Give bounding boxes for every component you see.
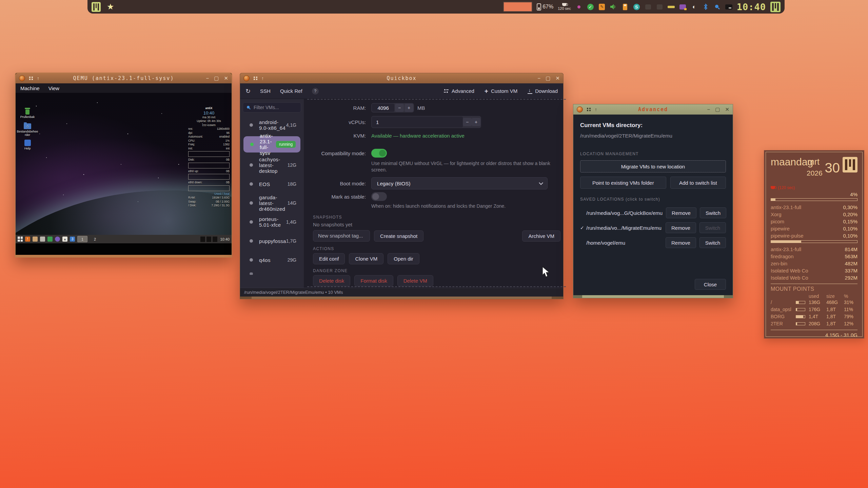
help-badge[interactable]: ?	[312, 88, 319, 95]
vm-app-icon-5[interactable]	[55, 237, 60, 242]
delete-vm-button[interactable]: Delete VM	[397, 275, 433, 286]
desktop-icon-help[interactable]: Help	[16, 140, 39, 150]
quick-ref-button[interactable]: Quick Ref	[280, 88, 302, 94]
notes-icon[interactable]: ✎	[598, 3, 606, 11]
indicator-dot-icon[interactable]	[575, 3, 583, 11]
saved-location-row[interactable]: /run/media/vog...G/QuickBox/emu Remove S…	[580, 206, 726, 219]
vcpu-decrement-button[interactable]: −	[463, 118, 472, 126]
qemu-titlebar[interactable]: ↑ QEMU (antix-23.1-full-sysv) − ▢ ✕	[16, 73, 232, 83]
switch-button[interactable]: Switch	[699, 237, 726, 248]
desktop-icon-files[interactable]: Bestandsbehee rder	[16, 123, 39, 137]
window-tray-icon-2[interactable]	[656, 3, 663, 11]
saved-location-row[interactable]: ✓ /run/media/vo.../MigrateEmu/emu Remove…	[580, 221, 726, 234]
maximize-icon[interactable]: ▢	[715, 106, 720, 113]
shade-icon[interactable]: ↑	[261, 76, 264, 81]
vm-row[interactable]: puppyfossa 1,7G	[243, 235, 301, 247]
desktop-icon-trash[interactable]: Prullenbak	[16, 108, 39, 119]
vm-app-icon-3[interactable]	[40, 237, 45, 242]
location-path[interactable]: /run/media/vo.../MigrateEmu/emu	[586, 225, 662, 231]
battery-icon[interactable]	[537, 3, 541, 11]
mabox-logo-button[interactable]	[770, 2, 781, 12]
vm-app-icon-6[interactable]: ▲	[62, 237, 67, 242]
vm-workspace-1[interactable]: 1	[77, 236, 87, 242]
maximize-icon[interactable]: ▢	[546, 75, 550, 81]
add-switch-list-button[interactable]: Add to switch list	[670, 177, 726, 189]
usb-device-icon[interactable]	[622, 3, 629, 11]
window-menu-icon[interactable]	[29, 77, 33, 80]
format-disk-button[interactable]: Format disk	[354, 275, 393, 286]
ssh-button[interactable]: SSH	[260, 88, 271, 94]
edit-conf-button[interactable]: Edit conf	[313, 253, 345, 264]
filter-input[interactable]	[254, 105, 297, 110]
mabox-menu-icon[interactable]	[92, 2, 101, 12]
shade-icon[interactable]: ↑	[595, 107, 597, 112]
close-icon[interactable]: ✕	[725, 106, 729, 113]
vm-row[interactable]: EOS 18G	[243, 178, 301, 190]
bluetooth-icon[interactable]	[702, 3, 709, 11]
vm-app-icon-1[interactable]: !	[25, 237, 30, 242]
close-icon[interactable]: ✕	[224, 75, 228, 81]
shade-icon[interactable]: ↑	[37, 76, 39, 81]
open-dir-button[interactable]: Open dir	[388, 253, 419, 264]
menu-view[interactable]: View	[48, 85, 59, 91]
quickbox-titlebar[interactable]: ↑ Quickbox − ▢ ✕	[240, 73, 563, 83]
window-menu-icon[interactable]	[587, 108, 591, 111]
panel-clock[interactable]: 10:40	[737, 2, 766, 12]
vcpu-increment-button[interactable]: +	[472, 118, 480, 126]
create-snapshot-button[interactable]: Create snapshot	[374, 230, 423, 242]
close-button[interactable]: Close	[695, 279, 726, 290]
vm-start-menu-icon[interactable]	[18, 237, 23, 242]
saved-location-row[interactable]: /home/vogel/emu Remove Switch	[580, 236, 726, 249]
migrate-vms-button[interactable]: Migrate VMs to new location	[580, 160, 726, 172]
ram-decrement-button[interactable]: −	[395, 104, 404, 112]
advanced-titlebar[interactable]: ↑ Advanced − ▢ ✕	[573, 104, 733, 115]
ram-input[interactable]	[372, 104, 394, 112]
vm-app-icon-7[interactable]: 3	[70, 237, 75, 242]
vm-row-selected[interactable]: antix-23.1-full-sysv running	[243, 136, 300, 152]
ram-increment-button[interactable]: +	[405, 104, 413, 112]
custom-vm-button[interactable]: + Custom VM	[485, 87, 517, 95]
delete-disk-button[interactable]: Delete disk	[313, 275, 350, 286]
vcpu-input[interactable]	[372, 117, 463, 127]
clone-vm-button[interactable]: Clone VM	[349, 253, 383, 264]
refresh-icon[interactable]: ↻	[245, 87, 251, 95]
window-menu-icon[interactable]	[254, 77, 257, 80]
vm-row[interactable]: cachyos-latest-desktop 12G	[243, 159, 301, 171]
volume-icon[interactable]	[610, 3, 617, 11]
minimize-icon[interactable]: −	[206, 75, 209, 81]
vm-display[interactable]: Prullenbak Bestandsbehee rder Help antiX…	[16, 93, 232, 255]
keyboard-lock-icon[interactable]	[679, 3, 686, 11]
point-existing-button[interactable]: Point to existing VMs folder	[580, 177, 666, 189]
updates-ok-icon[interactable]: ✓	[587, 3, 594, 11]
archive-vm-button[interactable]: Archive VM	[522, 230, 560, 242]
vm-row[interactable]: q4os 29G	[243, 253, 301, 266]
menu-machine[interactable]: Machine	[20, 85, 40, 91]
snapshot-tag-field[interactable]	[313, 230, 370, 242]
mark-stable-toggle[interactable]	[371, 192, 387, 201]
disk-drive-icon[interactable]	[725, 3, 732, 11]
advanced-button[interactable]: Advanced	[443, 88, 474, 94]
caffeine-timer[interactable]: 120 sec	[558, 3, 571, 11]
vm-row-clipped[interactable]	[243, 272, 301, 275]
vm-row[interactable]: android-9.0-x86_64 4,1G	[243, 119, 301, 131]
syncthing-icon[interactable]: S	[633, 3, 640, 11]
switch-button[interactable]: Switch	[700, 207, 726, 218]
maximize-icon[interactable]: ▢	[214, 75, 219, 81]
vm-row[interactable]: porteus-5.01-xfce 1,4G	[243, 216, 301, 228]
favorites-star-icon[interactable]: ★	[107, 3, 114, 11]
remove-button[interactable]: Remove	[666, 237, 696, 248]
vm-row[interactable]: garuda-latest-dr460nized 14G	[243, 197, 301, 209]
minimize-icon[interactable]: −	[707, 106, 710, 113]
remove-button[interactable]: Remove	[666, 222, 696, 233]
boot-mode-select[interactable]: Legacy (BIOS)	[371, 177, 548, 189]
filter-field[interactable]	[243, 102, 301, 113]
close-icon[interactable]: ✕	[555, 75, 560, 81]
download-button[interactable]: Download	[528, 88, 558, 94]
brightness-bar-icon[interactable]	[668, 3, 675, 11]
search-icon[interactable]	[714, 3, 721, 11]
theme-toggle-icon[interactable]: ◐	[691, 3, 698, 11]
vm-app-icon-2[interactable]	[33, 237, 38, 242]
vm-workspace-2[interactable]: 2	[90, 236, 100, 242]
desktop-pager[interactable]	[503, 2, 532, 12]
snapshot-tag-input[interactable]	[318, 233, 365, 239]
